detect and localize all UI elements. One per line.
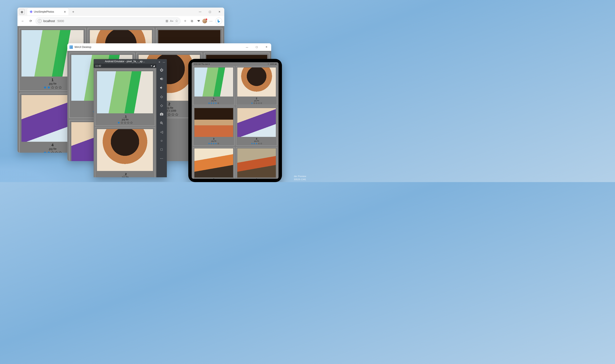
photo-card[interactable]: _1 .jpg file xyxy=(95,69,155,126)
close-window-button[interactable]: ✕ xyxy=(262,43,271,51)
card-subtitle: .jpg file xyxy=(48,147,56,150)
winui-titlebar: WinUI Desktop ― ▢ ✕ xyxy=(67,43,271,51)
card-subtitle: .jpg file xyxy=(211,140,216,142)
tab-actions-icon[interactable]: ▦ xyxy=(19,9,25,14)
card-subtitle: .jpg file xyxy=(211,100,216,102)
home-nav-icon[interactable]: ○ xyxy=(158,137,165,144)
more-icon[interactable]: ⋯ xyxy=(158,155,165,162)
volume-down-icon[interactable] xyxy=(158,84,165,91)
ipad-status-bar: 9:53 AM Thu Jun 8 ᯤ 100% ■ xyxy=(192,63,279,66)
wifi-icon: ᯤ xyxy=(268,63,270,65)
emulator-minimize-icon[interactable]: ― xyxy=(162,60,166,64)
browser-tab[interactable]: UnoSimplePhotos ✕ xyxy=(27,8,68,15)
watermark: der Preview 30526-1341 xyxy=(294,175,306,181)
emulator-title: Android Emulator - pixel_3a_-_ap… xyxy=(94,59,156,64)
address-bar[interactable]: i localhost:5000 ⊞ A» ☆ xyxy=(36,17,181,25)
card-title: 4 xyxy=(51,143,53,147)
rating-stars xyxy=(251,102,262,104)
photo-thumbnail xyxy=(237,67,276,97)
photo-card[interactable]: 5 .jpg file xyxy=(193,147,235,179)
favorites-bar-icon[interactable]: ✧ xyxy=(182,18,188,24)
maximize-button[interactable]: ▢ xyxy=(252,43,262,51)
rotate-right-icon[interactable]: ◇ xyxy=(158,102,165,109)
rating-stars xyxy=(117,121,133,124)
bing-button[interactable] xyxy=(215,18,222,24)
profile-avatar[interactable] xyxy=(202,19,207,23)
more-menu-icon[interactable]: ⋯ xyxy=(208,18,214,24)
android-emulator: Android Emulator - pixel_3a_-_ap… 11:42 … xyxy=(94,59,167,177)
card-title: _2 xyxy=(123,172,127,176)
ipad-content: 1 .jpg file 2 .jpg file 3 .jpg file 4 .j… xyxy=(192,62,279,179)
new-tab-button[interactable]: ＋ xyxy=(70,9,76,15)
maximize-button[interactable]: ▢ xyxy=(205,8,214,16)
photo-thumbnail xyxy=(97,129,153,171)
tab-title: UnoSimplePhotos xyxy=(34,10,54,13)
card-title: 2 xyxy=(256,97,257,100)
android-status-bar: 11:42 ▾ ◢ xyxy=(94,64,156,68)
card-subtitle: .jpg file xyxy=(254,100,259,102)
zoom-icon[interactable] xyxy=(158,120,165,126)
card-subtitle: .jpg file xyxy=(48,82,56,85)
card-title: 1 xyxy=(213,97,214,100)
rotate-left-icon[interactable]: ◇ xyxy=(158,93,165,100)
photo-card[interactable]: 4 .jpg file xyxy=(236,107,278,146)
collections-icon[interactable]: ⧉ xyxy=(189,18,195,24)
screenshot-icon[interactable] xyxy=(158,111,165,117)
card-title: 6 xyxy=(256,178,257,179)
card-subtitle: .jpg file xyxy=(254,140,259,142)
minimize-button[interactable]: ― xyxy=(242,43,252,51)
tab-favicon-icon xyxy=(30,10,33,13)
url-host: localhost xyxy=(43,19,55,23)
card-subtitle: .jpg file xyxy=(121,118,129,121)
close-tab-icon[interactable]: ✕ xyxy=(64,10,66,13)
rating-stars xyxy=(208,143,219,144)
signal-icon: ◢ xyxy=(153,65,155,67)
photo-card[interactable]: _2 .jpg file xyxy=(95,127,155,178)
photo-card[interactable]: 2 .jpg file xyxy=(236,66,278,105)
wifi-icon: ▾ xyxy=(151,65,152,67)
photo-thumbnail xyxy=(97,71,153,113)
rating-stars xyxy=(251,143,262,144)
volume-up-icon[interactable] xyxy=(158,76,165,82)
site-info-icon[interactable]: i xyxy=(38,19,42,23)
ipad-status-left: 9:53 AM Thu Jun 8 xyxy=(194,63,210,66)
ipad-battery: 100% xyxy=(270,63,275,65)
photo-thumbnail xyxy=(237,108,276,137)
card-title: 5 xyxy=(213,178,214,179)
photo-thumbnail xyxy=(237,148,276,178)
back-button[interactable]: ← xyxy=(20,18,26,24)
photo-card[interactable]: 1 .jpg file xyxy=(193,66,235,105)
url-port: :5000 xyxy=(57,19,64,23)
card-title: 4 xyxy=(256,138,257,140)
window-title: WinUI Desktop xyxy=(74,46,91,49)
refresh-button[interactable]: ⟳ xyxy=(27,18,34,24)
edge-toolbar: ← ⟳ i localhost:5000 ⊞ A» ☆ ✧ ⧉ ❤ ⋯ xyxy=(17,16,224,26)
photo-card[interactable]: 3 .jpg file xyxy=(193,107,235,146)
read-aloud-icon[interactable]: A» xyxy=(170,19,173,23)
extensions-icon[interactable]: ⊞ xyxy=(166,19,168,23)
photo-thumbnail xyxy=(194,108,233,137)
rating-stars xyxy=(43,151,62,153)
card-subtitle: .jpg file xyxy=(121,176,129,177)
card-title: _1 xyxy=(123,115,127,118)
minimize-button[interactable]: ― xyxy=(195,8,205,16)
rating-stars xyxy=(208,102,219,104)
power-icon[interactable]: ⏻ xyxy=(158,67,165,73)
photo-thumbnail xyxy=(194,148,233,178)
favorite-icon[interactable]: ☆ xyxy=(175,19,178,23)
photo-thumbnail xyxy=(194,67,233,97)
emulator-toolbar: ✕ ― ⏻ ◇ ◇ ◁ ○ □ ⋯ xyxy=(156,59,167,177)
card-title: 3 xyxy=(213,138,214,140)
edge-titlebar: ▦ UnoSimplePhotos ✕ ＋ ― ▢ ✕ xyxy=(17,8,224,16)
card-title: 1 xyxy=(51,78,53,82)
photo-card[interactable]: 6 .jpg file xyxy=(236,147,278,179)
android-content: _1 .jpg file _2 .jpg file xyxy=(94,68,156,177)
close-window-button[interactable]: ✕ xyxy=(214,8,224,16)
performance-icon[interactable]: ❤ xyxy=(196,18,201,24)
overview-nav-icon[interactable]: □ xyxy=(158,146,165,153)
svg-line-1 xyxy=(162,123,163,124)
back-nav-icon[interactable]: ◁ xyxy=(158,129,165,135)
rating-stars xyxy=(43,86,62,89)
emulator-close-icon[interactable]: ✕ xyxy=(158,60,161,64)
app-icon xyxy=(69,45,73,49)
